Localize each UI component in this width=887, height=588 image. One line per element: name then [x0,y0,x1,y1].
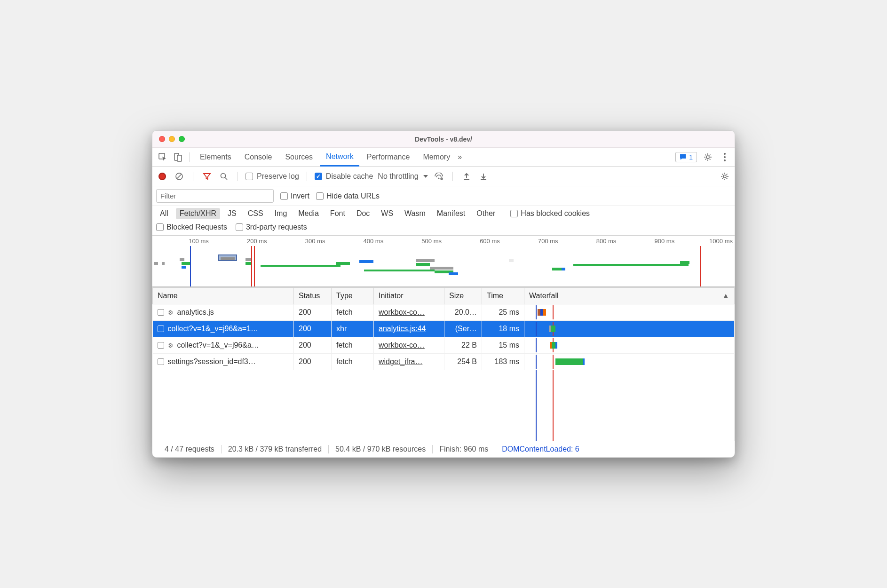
svg-point-6 [724,159,726,161]
tab-memory[interactable]: Memory [417,148,456,166]
type-font[interactable]: Font [326,208,349,219]
divider [238,172,238,181]
request-initiator[interactable]: widget_ifra… [379,358,422,366]
type-doc[interactable]: Doc [353,208,373,219]
timeline-labels: 100 ms 200 ms 300 ms 400 ms 500 ms 600 m… [152,238,735,246]
request-checkbox[interactable] [158,342,164,349]
tab-sources[interactable]: Sources [279,148,318,166]
search-icon[interactable] [218,170,230,183]
tl-bar [449,272,458,275]
tab-elements[interactable]: Elements [194,148,237,166]
issues-badge[interactable]: 1 [675,152,697,162]
invert-checkbox[interactable] [280,192,288,200]
filter-icon[interactable] [201,170,213,183]
load-line [254,246,255,287]
type-all[interactable]: All [156,208,172,219]
col-size[interactable]: Size [444,288,482,304]
network-settings-icon[interactable] [719,170,731,183]
more-tabs-button[interactable]: » [458,153,469,161]
tab-console[interactable]: Console [239,148,278,166]
has-blocked-cookies-label: Has blocked cookies [521,209,590,218]
divider [189,152,190,162]
table-row[interactable]: collect?v=1&_v=j96&a=1… 200 xhr analytic… [153,321,735,337]
tl-bar [359,260,373,263]
filter-row: Invert Hide data URLs [152,186,735,206]
svg-point-11 [438,177,439,179]
record-button[interactable] [156,170,168,183]
type-ws[interactable]: WS [377,208,397,219]
load-line [251,246,252,287]
preserve-log-label: Preserve log [257,172,299,181]
request-initiator[interactable]: workbox-co… [379,308,425,316]
network-conditions-icon[interactable] [433,170,445,183]
filter-input[interactable] [156,189,274,203]
svg-line-8 [177,174,182,178]
request-checkbox[interactable] [158,358,164,365]
download-har-icon[interactable] [477,170,490,183]
type-wasm[interactable]: Wasm [401,208,429,219]
type-img[interactable]: Img [271,208,291,219]
request-status: 200 [294,321,332,337]
third-party-checkbox[interactable] [236,223,243,231]
type-manifest[interactable]: Manifest [433,208,469,219]
table-row[interactable]: ⚙analytics.js 200 fetch workbox-co… 20.0… [153,304,735,321]
preserve-log-checkbox[interactable] [246,173,253,180]
table-row[interactable]: ⚙collect?v=1&_v=j96&a… 200 fetch workbox… [153,337,735,354]
tl-bar [336,262,350,265]
tl-label: 200 ms [211,238,269,246]
timeline-overview[interactable]: 100 ms 200 ms 300 ms 400 ms 500 ms 600 m… [152,236,735,287]
col-type[interactable]: Type [332,288,374,304]
waterfall-cell [524,355,734,369]
timeline-body [152,246,735,287]
col-initiator[interactable]: Initiator [374,288,444,304]
network-toolbar: Preserve log Disable cache No throttling [152,167,735,186]
col-time[interactable]: Time [482,288,524,304]
tl-label: 800 ms [560,238,618,246]
table-header-row: Name Status Type Initiator Size Time Wat… [153,288,735,304]
request-checkbox[interactable] [158,326,164,332]
tl-label: 300 ms [269,238,327,246]
type-other[interactable]: Other [473,208,499,219]
request-type: xhr [332,321,374,337]
col-waterfall[interactable]: Waterfall▲ [524,288,735,304]
throttling-select[interactable]: No throttling [378,172,428,181]
tl-label: 400 ms [327,238,385,246]
requests-table: Name Status Type Initiator Size Time Wat… [152,287,735,441]
type-fetch-xhr[interactable]: Fetch/XHR [176,208,220,219]
blocked-requests-checkbox[interactable] [156,223,164,231]
clear-button[interactable] [173,170,185,183]
chat-icon [680,154,686,160]
status-resources: 50.4 kB / 970 kB resources [329,445,433,453]
upload-har-icon[interactable] [460,170,473,183]
disable-cache-checkbox[interactable] [315,173,322,180]
hide-data-urls-checkbox[interactable] [316,192,324,200]
request-time: 18 ms [482,321,524,337]
svg-point-3 [706,156,709,159]
tl-bar [562,268,565,270]
col-status[interactable]: Status [294,288,332,304]
type-css[interactable]: CSS [244,208,267,219]
kebab-menu-icon[interactable] [719,151,731,163]
request-initiator[interactable]: workbox-co… [379,341,425,349]
request-initiator[interactable]: analytics.js:44 [379,325,426,333]
table-row[interactable]: settings?session_id=df3… 200 fetch widge… [153,354,735,370]
tl-bar [680,261,689,264]
type-js[interactable]: JS [224,208,240,219]
tab-network[interactable]: Network [320,148,359,167]
tab-performance[interactable]: Performance [361,148,416,166]
has-blocked-cookies-checkbox[interactable] [510,210,518,217]
settings-icon[interactable] [702,151,714,163]
device-toggle-icon[interactable] [171,151,184,164]
request-size: 22 B [444,337,482,354]
svg-line-10 [225,177,228,180]
col-name[interactable]: Name [153,288,294,304]
extra-filter-row: Blocked Requests 3rd-party requests [152,221,735,236]
status-requests: 4 / 47 requests [158,445,222,453]
svg-point-4 [724,153,726,155]
request-checkbox[interactable] [158,309,164,316]
type-media[interactable]: Media [294,208,323,219]
window-title: DevTools - v8.dev/ [152,135,735,143]
tl-label: 100 ms [152,238,211,246]
tl-bar [364,270,435,271]
inspect-icon[interactable] [156,151,169,164]
